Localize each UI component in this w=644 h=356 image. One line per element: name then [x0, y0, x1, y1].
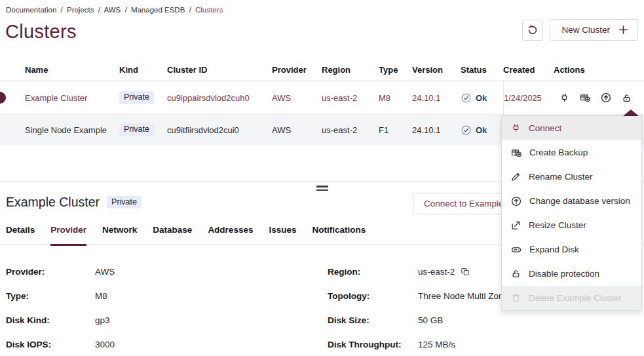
- status-badge: Ok: [476, 93, 487, 103]
- menu-item-resize-cluster[interactable]: Resize Cluster: [502, 213, 641, 237]
- column-header-provider: Provider: [272, 58, 322, 81]
- arrow-up-circle-icon: [510, 195, 522, 207]
- backup-box-icon: [510, 147, 522, 159]
- breadcrumb-item[interactable]: Documentation: [6, 6, 56, 14]
- tab-database[interactable]: Database: [153, 225, 192, 245]
- tab-issues[interactable]: Issues: [269, 225, 296, 245]
- pencil-icon: [510, 171, 521, 182]
- breadcrumb-item[interactable]: AWS: [104, 6, 121, 14]
- change-version-icon[interactable]: [600, 92, 612, 104]
- provider-value: AWS: [272, 81, 322, 114]
- menu-item-label: Expand Disk: [529, 245, 579, 254]
- provider-value: AWS: [272, 115, 322, 145]
- status-ok-icon: [461, 125, 472, 136]
- menu-item-change-database-version[interactable]: Change database version: [502, 189, 641, 213]
- menu-item-label: Connect: [529, 123, 561, 133]
- column-header-created: Created: [503, 58, 554, 81]
- menu-item-create-backup[interactable]: Create Backup: [502, 140, 641, 165]
- connect-plug-icon[interactable]: [559, 92, 570, 104]
- cluster-id: cu9itfiirsdvlod2cui0: [167, 115, 272, 145]
- field-label-region: Region:: [328, 264, 418, 279]
- type-value: F1: [379, 115, 412, 145]
- new-cluster-label: New Cluster: [561, 25, 610, 35]
- breadcrumb-item[interactable]: Projects: [67, 6, 94, 14]
- type-value: M8: [379, 81, 412, 114]
- kebab-menu-icon[interactable]: [641, 92, 644, 103]
- menu-item-disable-protection[interactable]: Disable protection: [502, 262, 641, 286]
- protection-lock-icon[interactable]: [621, 92, 632, 104]
- menu-item-expand-disk[interactable]: Expand Disk: [502, 237, 641, 262]
- tab-notifications[interactable]: Notifications: [312, 225, 366, 245]
- version-value: 24.10.1: [412, 81, 461, 114]
- plug-icon: [510, 123, 521, 134]
- cluster-name-link[interactable]: Single Node Example: [25, 115, 119, 145]
- column-header-status: Status: [461, 58, 503, 81]
- panel-drag-handle[interactable]: [316, 186, 328, 191]
- tab-provider[interactable]: Provider: [50, 225, 86, 245]
- menu-pointer-arrow: [623, 109, 639, 116]
- field-value-provider: AWS: [95, 264, 328, 279]
- breadcrumb-separator: /: [189, 6, 191, 14]
- create-backup-icon[interactable]: [579, 92, 591, 104]
- resize-icon: [510, 220, 521, 231]
- field-label-provider: Provider:: [6, 264, 95, 279]
- column-header-region: Region: [322, 58, 379, 81]
- tab-addresses[interactable]: Addresses: [208, 225, 253, 245]
- menu-item-connect[interactable]: Connect: [502, 116, 641, 140]
- kind-badge: Private: [119, 123, 154, 136]
- created-date: 1/24/2025: [503, 81, 554, 114]
- clusters-page: Documentation / Projects / AWS / Managed…: [0, 0, 644, 356]
- selected-row-marker: [0, 92, 6, 104]
- column-header-version: Version: [412, 58, 461, 81]
- version-value: 24.10.1: [412, 115, 461, 145]
- column-header-kind: Kind: [119, 58, 167, 81]
- column-header-name: Name: [25, 58, 119, 81]
- menu-item-label: Disable protection: [529, 269, 599, 279]
- field-value-disk-size: 50 GB: [418, 312, 644, 328]
- column-header-type: Type: [379, 58, 412, 81]
- cluster-name-link[interactable]: Example Cluster: [25, 81, 119, 114]
- field-label-disk-iops: Disk IOPS:: [6, 336, 95, 352]
- field-label-disk-size: Disk Size:: [328, 312, 418, 328]
- region-value: us-east-2: [322, 81, 379, 114]
- menu-item-label: Resize Cluster: [529, 220, 586, 230]
- breadcrumb-separator: /: [61, 6, 63, 14]
- breadcrumb-item-current[interactable]: Clusters: [195, 6, 223, 14]
- table-header-row: Name Kind Cluster ID Provider Region Typ…: [0, 58, 644, 81]
- table-row[interactable]: Example Cluster Private cu9ippairsdvlod2…: [0, 81, 644, 115]
- copy-icon[interactable]: [461, 267, 470, 277]
- field-label-disk-kind: Disk Kind:: [6, 312, 95, 328]
- status-ok-icon: [461, 92, 472, 104]
- menu-item-delete-cluster: Delete Example Cluster: [502, 286, 641, 310]
- field-label-type: Type:: [6, 288, 95, 304]
- plus-icon: [618, 24, 629, 35]
- disk-icon: [510, 244, 522, 256]
- new-cluster-button[interactable]: New Cluster: [550, 19, 638, 41]
- trash-icon: [510, 292, 521, 304]
- refresh-button[interactable]: [522, 20, 543, 41]
- column-header-cluster-id: Cluster ID: [167, 58, 272, 81]
- kind-badge: Private: [107, 196, 142, 209]
- column-header-actions: Actions: [554, 58, 644, 81]
- row-actions-context-menu: Connect Create Backup Rename Cluster Cha…: [501, 115, 642, 311]
- kind-badge: Private: [119, 91, 154, 104]
- menu-item-label: Delete Example Cluster: [529, 293, 622, 303]
- unlock-icon: [510, 268, 521, 279]
- detail-panel-title: Example Cluster: [6, 195, 100, 210]
- refresh-icon: [527, 24, 539, 36]
- status-badge: Ok: [476, 125, 487, 135]
- field-value-disk-kind: gp3: [95, 312, 328, 328]
- field-label-topology: Topology:: [328, 288, 418, 304]
- menu-item-rename-cluster[interactable]: Rename Cluster: [502, 165, 641, 189]
- tab-network[interactable]: Network: [102, 225, 137, 245]
- breadcrumb-separator: /: [124, 6, 126, 14]
- breadcrumb-item[interactable]: Managed ESDB: [131, 6, 185, 14]
- field-value-disk-throughput: 125 MB/s: [418, 336, 644, 352]
- menu-item-label: Change database version: [529, 196, 630, 206]
- tab-details[interactable]: Details: [6, 225, 35, 245]
- field-value-region: us-east-2: [418, 267, 455, 277]
- field-label-disk-throughput: Disk Throughput:: [328, 336, 418, 352]
- cluster-id: cu9ippairsdvlod2cuh0: [167, 81, 272, 114]
- breadcrumb-separator: /: [98, 6, 100, 14]
- breadcrumb: Documentation / Projects / AWS / Managed…: [0, 0, 644, 14]
